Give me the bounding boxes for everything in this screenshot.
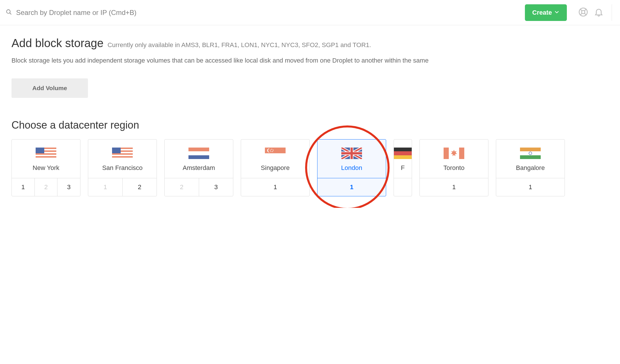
region-card-blr[interactable]: Bangalore1	[496, 139, 565, 196]
main-content: Add block storage Currently only availab…	[0, 25, 620, 208]
region-card-top: Bangalore	[496, 140, 565, 178]
region-name: Amsterdam	[183, 164, 215, 172]
chevron-down-icon	[554, 9, 559, 16]
region-slot-fra-[interactable]	[394, 178, 412, 189]
region-slot-sgp-1[interactable]: 1	[241, 178, 309, 196]
region-slot-blr-1[interactable]: 1	[496, 178, 565, 196]
region-grid-wrap: New York123San Francisco12Amsterdam23Sin…	[11, 139, 620, 196]
topbar: Create	[0, 0, 620, 25]
region-card-sfo[interactable]: San Francisco12	[88, 139, 157, 196]
block-storage-description: Block storage lets you add independent s…	[11, 56, 620, 65]
region-name: Bangalore	[516, 164, 545, 172]
block-storage-availability: Currently only available in AMS3, BLR1, …	[107, 41, 371, 49]
topbar-separator	[612, 4, 612, 21]
region-section-title: Choose a datacenter region	[11, 119, 620, 131]
region-card-top: F	[394, 140, 412, 178]
region-slots: 1	[496, 178, 565, 196]
region-card-top: London	[317, 140, 386, 178]
flag-us-icon	[112, 148, 133, 159]
create-button-label: Create	[532, 9, 552, 16]
flag-nl-icon	[188, 148, 209, 159]
svg-line-1	[10, 13, 11, 14]
region-name: F	[401, 164, 405, 172]
svg-line-7	[584, 13, 586, 15]
flag-us-icon	[36, 148, 56, 159]
search-input[interactable]	[16, 9, 525, 17]
region-name: Toronto	[443, 164, 464, 172]
region-card-top: Amsterdam	[165, 140, 233, 178]
region-slot-ams-2: 2	[165, 178, 199, 196]
region-slot-ams-3[interactable]: 3	[199, 178, 233, 196]
region-slot-sfo-1: 1	[88, 178, 122, 196]
region-slots: 1	[317, 178, 386, 196]
region-name: San Francisco	[102, 164, 143, 172]
region-card-fra[interactable]: F	[394, 139, 412, 196]
bell-icon	[594, 13, 604, 18]
region-slots: 12	[88, 178, 157, 196]
svg-line-6	[580, 13, 582, 15]
notifications-button[interactable]	[593, 6, 605, 19]
region-grid: New York123San Francisco12Amsterdam23Sin…	[11, 139, 620, 196]
flag-ca-icon	[444, 148, 464, 159]
life-ring-icon	[578, 13, 588, 18]
flag-de-icon	[394, 148, 412, 159]
region-card-top: San Francisco	[88, 140, 157, 178]
region-card-nyc[interactable]: New York123	[11, 139, 80, 196]
region-slot-nyc-2: 2	[34, 178, 57, 196]
region-card-sgp[interactable]: Singapore1	[241, 139, 310, 196]
add-volume-button[interactable]: Add Volume	[11, 78, 88, 98]
svg-line-4	[580, 9, 582, 11]
region-slot-lon-1[interactable]: 1	[317, 178, 386, 196]
region-card-ams[interactable]: Amsterdam23	[164, 139, 233, 196]
region-name: New York	[33, 164, 59, 172]
region-slot-nyc-3[interactable]: 3	[57, 178, 80, 196]
region-slots: 23	[165, 178, 233, 196]
region-slot-nyc-1[interactable]: 1	[12, 178, 34, 196]
flag-sg-icon	[265, 148, 286, 159]
region-slots	[394, 178, 412, 189]
search-wrap	[6, 9, 525, 17]
region-card-top: New York	[12, 140, 80, 178]
block-storage-heading: Add block storage Currently only availab…	[11, 37, 620, 50]
region-slots: 123	[12, 178, 80, 196]
flag-gb-icon	[341, 148, 362, 159]
help-button[interactable]	[577, 6, 589, 19]
region-card-top: Singapore	[241, 140, 309, 178]
flag-in-icon	[520, 148, 541, 159]
search-icon	[6, 9, 12, 16]
svg-point-0	[7, 9, 10, 13]
region-card-top: Toronto	[420, 140, 488, 178]
region-slots: 1	[241, 178, 309, 196]
region-slot-sfo-2[interactable]: 2	[122, 178, 157, 196]
region-slots: 1	[420, 178, 488, 196]
svg-line-5	[584, 9, 586, 11]
region-slot-tor-1[interactable]: 1	[420, 178, 488, 196]
block-storage-title: Add block storage	[11, 37, 103, 50]
region-name: Singapore	[261, 164, 290, 172]
region-name: London	[341, 164, 362, 172]
create-button[interactable]: Create	[525, 4, 567, 21]
region-card-tor[interactable]: Toronto1	[419, 139, 488, 196]
region-card-lon[interactable]: London1	[317, 139, 386, 196]
